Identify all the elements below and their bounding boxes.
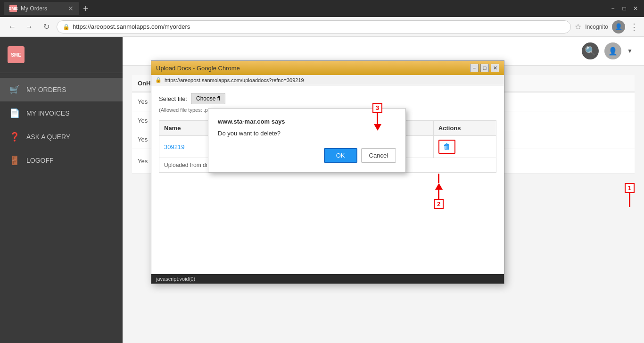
back-button[interactable]: ← — [6, 20, 19, 33]
logo-icon: SME — [8, 46, 25, 63]
delete-button[interactable]: 🗑 — [438, 140, 455, 154]
sidebar-nav: 🛒 MY ORDERS 📄 MY INVOICES ❓ ASK A QUERY … — [0, 73, 123, 343]
alert-dialog-body: www.sta-mar.com says Do you want to dele… — [208, 109, 405, 172]
forward-button[interactable]: → — [23, 20, 36, 33]
upload-window-nav: 🔒 https://areopost.sanmolapps.com/upload… — [151, 75, 504, 85]
maximize-button[interactable]: □ — [619, 4, 629, 13]
address-bar[interactable]: 🔒 https://areopost.sanmolapps.com/myorde… — [57, 20, 571, 33]
sidebar-item-myinvoices[interactable]: 📄 MY INVOICES — [0, 101, 123, 125]
sidebar-label-logoff: LOGOFF — [26, 157, 54, 164]
sidebar-label-myorders: MY ORDERS — [26, 86, 66, 93]
logoff-icon: 🚪 — [9, 155, 20, 166]
sidebar: SME 🛒 MY ORDERS 📄 MY INVOICES ❓ ASK A QU… — [0, 37, 123, 343]
incognito-label: Incognito — [585, 24, 608, 30]
annotation-1: 1 — [625, 183, 635, 207]
close-window-button[interactable]: ✕ — [631, 4, 640, 13]
sidebar-label-myinvoices: MY INVOICES — [26, 109, 70, 117]
tab-title: My Orders — [21, 5, 64, 12]
browser-chrome: SME My Orders ✕ + − □ ✕ ← → ↻ 🔒 https://… — [0, 0, 644, 37]
url-text: https://areopost.sanmolapps.com/myorders — [73, 23, 190, 30]
file-select-row: Select file: Choose fi — [159, 93, 496, 104]
alert-source: www.sta-mar.com says — [218, 118, 396, 125]
sidebar-item-logoff[interactable]: 🚪 LOGOFF — [0, 149, 123, 172]
profile-button[interactable]: 👤 — [612, 20, 625, 33]
window-controls: − □ ✕ — [608, 4, 640, 13]
user-dropdown-icon[interactable]: ▼ — [627, 48, 633, 54]
upload-actions-cell: 🗑 — [433, 136, 496, 158]
sidebar-logo: SME — [0, 37, 123, 73]
restore-upload-button[interactable]: □ — [480, 64, 489, 72]
browser-tab-myorders[interactable]: SME My Orders ✕ — [4, 2, 79, 15]
titlebar-controls: − □ ✕ — [470, 64, 499, 72]
search-button[interactable]: 🔍 — [582, 42, 599, 59]
alert-dialog: www.sta-mar.com says Do you want to dele… — [208, 108, 406, 173]
main-content: 🔍 👤 ▼ OnHold Status Actions Yes In Proce… — [123, 37, 644, 343]
new-tab-button[interactable]: + — [83, 3, 89, 14]
sidebar-label-askquery: ASK A QUERY — [26, 133, 70, 141]
url-lock-icon: 🔒 — [155, 77, 162, 83]
ref-link[interactable]: 309219 — [164, 143, 184, 151]
upload-url-text: https://areopost.sanmolapps.com/uploaddo… — [165, 77, 304, 83]
tab-favicon: SME — [9, 5, 17, 12]
app-layout: SME 🛒 MY ORDERS 📄 MY INVOICES ❓ ASK A QU… — [0, 37, 644, 343]
alert-cancel-button[interactable]: Cancel — [361, 148, 396, 163]
minimize-button[interactable]: − — [608, 4, 618, 13]
sidebar-item-myorders[interactable]: 🛒 MY ORDERS — [0, 78, 123, 101]
upload-window-body: Select file: Choose fi (Allowed file typ… — [151, 85, 504, 274]
query-icon: ❓ — [9, 132, 20, 142]
choose-file-button[interactable]: Choose fi — [191, 93, 225, 104]
menu-button[interactable]: ⋮ — [630, 22, 638, 32]
upload-window-titlebar: Upload Docs - Google Chrome − □ ✕ — [151, 61, 504, 75]
upload-col-actions: Actions — [433, 121, 496, 136]
sidebar-item-askquery[interactable]: ❓ ASK A QUERY — [0, 125, 123, 149]
user-avatar[interactable]: 👤 — [604, 42, 621, 59]
nav-bar: ← → ↻ 🔒 https://areopost.sanmolapps.com/… — [0, 17, 644, 37]
minimize-upload-button[interactable]: − — [470, 64, 479, 72]
upload-window-url: 🔒 https://areopost.sanmolapps.com/upload… — [155, 77, 500, 83]
cart-icon: 🛒 — [9, 84, 20, 95]
bookmark-icon[interactable]: ☆ — [575, 22, 581, 31]
alert-buttons: OK Cancel — [218, 148, 396, 163]
tab-close-button[interactable]: ✕ — [68, 5, 74, 12]
close-upload-button[interactable]: ✕ — [491, 64, 499, 72]
upload-statusbar: javascript:void(0) — [151, 274, 504, 284]
invoice-icon: 📄 — [9, 108, 20, 118]
upload-window-title: Upload Docs - Google Chrome — [156, 65, 240, 72]
annotation-1-label: 1 — [625, 183, 635, 193]
upload-docs-window: Upload Docs - Google Chrome − □ ✕ 🔒 http… — [151, 60, 504, 284]
nav-right-controls: ☆ Incognito 👤 ⋮ — [575, 20, 638, 33]
reload-button[interactable]: ↻ — [40, 20, 53, 33]
alert-ok-button[interactable]: OK — [324, 148, 357, 163]
statusbar-text: javascript:void(0) — [156, 276, 195, 282]
alert-message: Do you want to delete? — [218, 130, 396, 137]
select-file-label: Select file: — [159, 95, 187, 102]
annotation-1-line — [629, 193, 630, 207]
lock-icon: 🔒 — [63, 24, 70, 30]
tab-bar: SME My Orders ✕ + − □ ✕ — [0, 0, 644, 17]
